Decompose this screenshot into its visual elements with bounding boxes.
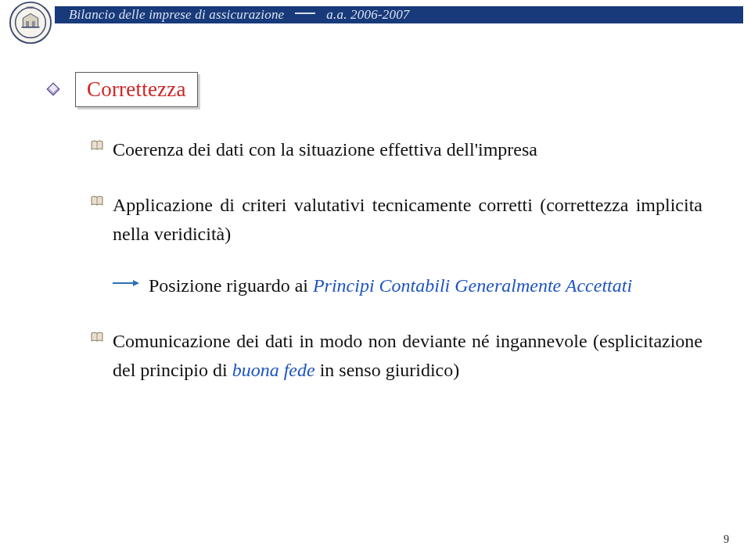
book-bullet-icon [91,196,103,206]
list-item-text: Coerenza dei dati con la situazione effe… [113,139,537,160]
sub-item-prefix: Posizione riguardo ai [149,275,313,296]
sub-item-emph: Principi Contabili Generalmente Accettat… [313,275,632,296]
list-item-text: Applicazione di criteri valutativi tecni… [113,195,702,244]
arrow-bullet-icon [113,279,139,287]
slide-title: Correttezza [87,77,186,101]
list-item: Comunicazione dei dati in modo non devia… [91,327,702,385]
header-strip: Bilancio delle imprese di assicurazione … [55,6,743,23]
title-box: Correttezza [75,72,198,107]
list-item: Coerenza dei dati con la situazione effe… [91,135,702,164]
title-row: Correttezza [49,72,702,107]
svg-text:UNIV: UNIV [27,6,34,9]
book-bullet-icon [91,140,103,151]
diamond-bullet-icon [49,84,61,97]
slide-header: Bilancio delle imprese di assicurazione … [0,0,751,36]
svg-marker-6 [133,280,139,286]
sub-list-item: Posizione riguardo ai Principi Contabili… [113,271,702,300]
header-separator [295,13,315,14]
slide-content: Correttezza Coerenza dei dati con la sit… [49,72,702,411]
book-bullet-icon [91,332,103,343]
bullet-list: Coerenza dei dati con la situazione effe… [91,135,702,385]
academic-year: a.a. 2006-2007 [326,7,409,23]
page-number: 9 [724,533,729,546]
university-crest-icon: UNIV [8,0,53,45]
svg-rect-2 [26,21,29,27]
course-title: Bilancio delle imprese di assicurazione [69,7,284,23]
list-item-emph: buona fede [232,360,315,380]
list-item-suffix: in senso giuridico) [315,360,460,380]
list-item: Applicazione di criteri valutativi tecni… [91,191,702,300]
svg-rect-3 [32,21,35,27]
